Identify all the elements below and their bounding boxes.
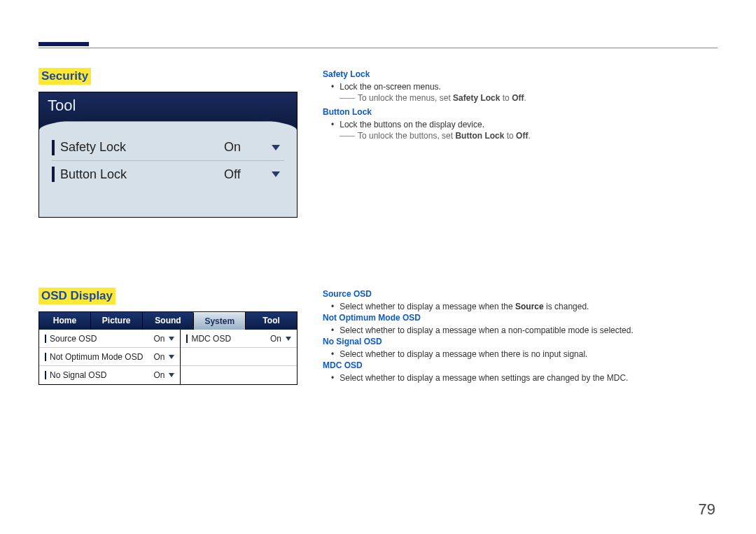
subhead-no-signal: No Signal OSD (323, 337, 718, 346)
note-text: ―― To unlock the menus, set Safety Lock … (340, 93, 718, 103)
osd-row-not-optimum[interactable]: Not Optimum Mode OSD On (39, 348, 180, 366)
osd-row-mdc-osd[interactable]: MDC OSD On (181, 330, 297, 348)
bullet-text: •Select whether to display a message whe… (331, 349, 718, 359)
osd-row-no-signal[interactable]: No Signal OSD On (39, 366, 180, 384)
osd-description: Source OSD • Select whether to display a… (323, 288, 718, 385)
bullet-text: • Select whether to display a message wh… (331, 302, 718, 311)
tool-panel-header: Tool (39, 92, 297, 130)
row-marker-icon (52, 140, 55, 155)
tool-row-label: Safety Lock (60, 140, 224, 155)
osd-item-label: MDC OSD (191, 334, 270, 344)
chevron-down-icon[interactable] (169, 355, 174, 359)
osd-item-value: On (153, 334, 164, 344)
subhead-not-optimum: Not Optimum Mode OSD (323, 313, 718, 323)
row-marker-icon (186, 335, 188, 343)
bullet-text: •Lock the on-screen menus. (331, 82, 718, 92)
subhead-source-osd: Source OSD (323, 289, 718, 299)
tab-sound[interactable]: Sound (142, 312, 194, 330)
bullet-text: •Select whether to display a message whe… (331, 373, 718, 383)
bullet-text: •Select whether to display a message whe… (331, 325, 718, 335)
tool-row-value: Off (224, 167, 266, 182)
tool-panel: Tool Safety Lock On Button Lock Off (38, 92, 298, 218)
page-number: 79 (699, 500, 715, 519)
note-text: ―― To unlock the buttons, set Button Loc… (340, 131, 718, 141)
header-rule-thin (38, 48, 718, 48)
subhead-button-lock: Button Lock (323, 107, 718, 117)
subhead-safety-lock: Safety Lock (323, 69, 718, 79)
tab-system[interactable]: System (193, 312, 245, 330)
chevron-down-icon[interactable] (169, 373, 174, 377)
chevron-down-icon[interactable] (169, 337, 174, 341)
chevron-down-icon[interactable] (286, 337, 291, 341)
tab-tool[interactable]: Tool (245, 312, 297, 330)
subhead-mdc-osd: MDC OSD (323, 360, 718, 370)
osd-item-value: On (153, 352, 164, 362)
header-rule-thick (38, 42, 89, 46)
osd-item-value: On (270, 334, 281, 344)
osd-item-value: On (153, 370, 164, 380)
osd-item-label: Source OSD (50, 334, 153, 344)
security-description: Safety Lock •Lock the on-screen menus. ―… (323, 68, 718, 218)
row-marker-icon (45, 335, 46, 343)
tool-row-value: On (224, 140, 266, 155)
tool-row-button-lock[interactable]: Button Lock Off (52, 161, 284, 188)
osd-item-label: No Signal OSD (50, 370, 153, 380)
tool-row-safety-lock[interactable]: Safety Lock On (52, 134, 284, 161)
tab-home[interactable]: Home (39, 312, 90, 330)
section-title-security: Security (38, 68, 91, 85)
bullet-text: •Lock the buttons on the display device. (331, 120, 718, 129)
osd-row-source-osd[interactable]: Source OSD On (39, 330, 180, 348)
tool-row-label: Button Lock (60, 167, 224, 182)
tab-picture[interactable]: Picture (90, 312, 142, 330)
row-marker-icon (45, 371, 46, 379)
osd-tabs: Home Picture Sound System Tool (39, 312, 297, 330)
chevron-down-icon[interactable] (272, 171, 280, 177)
osd-panel: Home Picture Sound System Tool Source OS… (38, 311, 298, 385)
osd-item-label: Not Optimum Mode OSD (50, 352, 153, 362)
osd-row-empty (181, 348, 297, 366)
chevron-down-icon[interactable] (272, 145, 280, 150)
section-title-osd: OSD Display (38, 288, 115, 304)
osd-row-empty (181, 366, 297, 384)
row-marker-icon (52, 167, 55, 182)
row-marker-icon (45, 353, 46, 361)
